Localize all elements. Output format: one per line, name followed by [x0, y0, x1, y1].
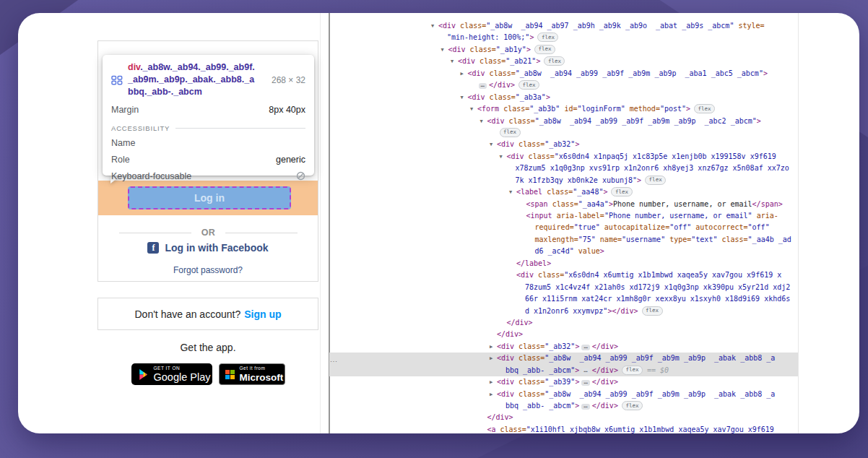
- element-layout-icon: [111, 74, 123, 86]
- code-token: "_aa48": [573, 188, 603, 196]
- or-divider: OR: [119, 228, 298, 238]
- devtools-dom-row[interactable]: d6 _ac4d" value>: [329, 246, 798, 257]
- devtools-dom-row[interactable]: <input aria-label="Phone number, usernam…: [329, 210, 798, 222]
- microsoft-store-badge[interactable]: Get it from Microsoft: [219, 363, 285, 385]
- code-token: "_ab8w _ab94 _ab97 _ab9h _ab9k _ab9o _ab…: [486, 22, 734, 30]
- devtools-dom-row[interactable]: ▼<div class="x6s0dn4 x1npaq5j x1c83p5e x…: [329, 151, 798, 163]
- flex-badge[interactable]: flex: [694, 104, 715, 113]
- code-token: "_ab21": [505, 57, 536, 65]
- code-token: >: [575, 378, 579, 386]
- flex-badge[interactable]: flex: [534, 45, 555, 54]
- devtools-elements-tree[interactable]: ▼<div class="_ab8w _ab94 _ab97 _ab9h _ab…: [329, 20, 798, 433]
- code-token: "Phone number, username, or email": [604, 212, 752, 220]
- facebook-login-button[interactable]: f Log in with Facebook: [97, 242, 318, 254]
- forgot-password-link[interactable]: Forgot password?: [97, 265, 318, 275]
- devtools-dom-row[interactable]: </div>: [329, 317, 798, 329]
- devtools-dom-row[interactable]: "min-height: 100%;">flex: [329, 32, 798, 43]
- devtools-dom-row[interactable]: ▶<div class="_ab32">…</div>: [329, 341, 798, 353]
- devtools-dom-row[interactable]: d x1n2onr6 xxymvpz"></div>flex: [329, 306, 798, 317]
- expander-right-icon[interactable]: ▶: [490, 341, 497, 353]
- devtools-dom-row[interactable]: </label>: [329, 258, 798, 269]
- devtools-dom-row[interactable]: ▶<div class="_ab8w _ab94 _ab99 _ab9f _ab…: [329, 68, 798, 79]
- devtools-dom-row[interactable]: <span class="_aa4a">Phone number, userna…: [329, 199, 798, 210]
- devtools-dom-row[interactable]: flex: [329, 127, 798, 139]
- code-token: method=: [630, 105, 660, 113]
- flex-badge[interactable]: flex: [611, 187, 632, 196]
- devtools-dom-row[interactable]: ▼<div class="_ab32">: [329, 139, 798, 150]
- expander-right-icon[interactable]: ▶: [490, 389, 497, 400]
- code-token: "_ab8w _ab94 _ab99 _ab9f _ab9m _ab9p _ab…: [535, 117, 757, 125]
- code-token: class=: [518, 140, 544, 148]
- devtools-dom-row[interactable]: ▶<div class="_ab8w _ab94 _ab99 _ab9f _ab…: [329, 353, 798, 364]
- devtools-dom-row[interactable]: </div>: [329, 329, 798, 340]
- code-token: >: [763, 69, 768, 77]
- expander-down-icon[interactable]: ▼: [431, 20, 438, 32]
- devtools-dom-row[interactable]: required="true" autocapitalize="off" aut…: [329, 222, 798, 233]
- code-token: value: [578, 247, 600, 255]
- flex-badge[interactable]: flex: [544, 56, 565, 66]
- flex-badge[interactable]: flex: [645, 176, 666, 185]
- code-token: class=: [500, 425, 526, 433]
- devtools-dom-row[interactable]: ▼<div class="_ab1y">flex: [329, 44, 798, 56]
- devtools-dom-row[interactable]: 66r x11i5rnm xat24cr x1mh8g0r xexx8yu x1…: [329, 293, 798, 305]
- login-button[interactable]: Log in: [128, 186, 291, 209]
- devtools-dom-row[interactable]: ▶<div class="_ab8w _ab94 _ab99 _ab9f _ab…: [329, 389, 798, 400]
- expander-right-icon[interactable]: ▶: [490, 353, 497, 364]
- inline-expand-button[interactable]: …: [581, 404, 589, 410]
- expander-down-icon[interactable]: ▼: [470, 103, 477, 115]
- code-token: </span>: [752, 200, 783, 208]
- inline-expand-button[interactable]: …: [581, 345, 589, 350]
- expander-down-icon[interactable]: ▼: [461, 92, 468, 103]
- devtools-dom-row[interactable]: ▶<div class="_ab39">…</div>: [329, 376, 798, 388]
- google-play-badge[interactable]: GET IT ON Google Play: [131, 363, 212, 385]
- inline-expand-button[interactable]: …: [581, 380, 589, 386]
- code-token: "text": [691, 236, 717, 243]
- expander-down-icon[interactable]: ▼: [500, 151, 507, 163]
- inline-expand-button[interactable]: …: [581, 368, 589, 374]
- code-token: </div>: [592, 402, 618, 410]
- flex-badge[interactable]: flex: [642, 306, 663, 316]
- get-the-app-label: Get the app.: [97, 342, 318, 353]
- code-token: class=: [518, 342, 544, 350]
- code-token: </div>: [592, 366, 618, 374]
- expander-down-icon[interactable]: ▼: [480, 116, 487, 127]
- code-token: 7k x1fzb3qy xb0nk2e xubunj8": [516, 176, 638, 184]
- devtools-dom-row[interactable]: 78zum5 x1c4vz4f x21ah0s xd172j9 x1q0g3np…: [329, 282, 798, 293]
- devtools-dom-row[interactable]: maxlength="75" name="username" type="tex…: [329, 234, 798, 246]
- flex-badge[interactable]: flex: [518, 80, 539, 90]
- devtools-dom-row[interactable]: ▼<div class="_ab3a">: [329, 92, 798, 103]
- devtools-dom-row[interactable]: x78zum5 x1q0g3np xvs91rp x1n2onr6 xh8yej…: [329, 163, 798, 174]
- code-token: class=: [721, 236, 747, 243]
- selected-row-gutter-dots[interactable]: ···: [330, 358, 338, 365]
- flex-badge[interactable]: flex: [622, 401, 643, 410]
- devtools-dom-row[interactable]: <div class="x6s0dn4 x6umtig x1b1mbwd xaq…: [329, 269, 798, 281]
- expander-right-icon[interactable]: ▶: [490, 376, 497, 388]
- code-token: class=: [479, 57, 505, 65]
- inline-expand-button[interactable]: …: [479, 83, 487, 89]
- signup-link[interactable]: Sign up: [244, 308, 281, 320]
- expander-down-icon[interactable]: ▼: [451, 56, 458, 67]
- margin-label: Margin: [111, 105, 139, 115]
- browser-window: Log in OR f Log in with Facebook Forgot …: [18, 13, 859, 433]
- flex-badge[interactable]: flex: [500, 128, 521, 137]
- devtools-dom-row[interactable]: ▼<form class="_ab3b" id="loginForm" meth…: [329, 103, 798, 115]
- devtools-dom-row[interactable]: <a class="x1i10hfl xjbqb8w x6umtig x1b1m…: [329, 424, 798, 433]
- devtools-dom-row[interactable]: </div>: [329, 412, 798, 423]
- devtools-dom-row[interactable]: ▼<div class="_ab21">flex: [329, 56, 798, 67]
- devtools-dom-row[interactable]: …</div>flex: [329, 79, 798, 91]
- expander-down-icon[interactable]: ▼: [509, 186, 516, 198]
- expander-down-icon[interactable]: ▼: [490, 139, 497, 150]
- tooltip-role-row: Role generic: [103, 151, 314, 168]
- devtools-dom-row[interactable]: bbq _abb- _abcm">…</div>flex== $0: [329, 365, 798, 376]
- expander-right-icon[interactable]: ▶: [461, 68, 468, 79]
- code-token: "x6s0dn4 x1npaq5j x1c83p5e x1enjb0b x199…: [555, 152, 776, 160]
- devtools-dom-row[interactable]: bbq _abb- _abcm">…</div>flex: [329, 400, 798, 412]
- flex-badge[interactable]: flex: [622, 366, 643, 375]
- devtools-dom-row[interactable]: ▼<div class="_ab8w _ab94 _ab97 _ab9h _ab…: [329, 20, 798, 32]
- devtools-dom-row[interactable]: 7k x1fzb3qy xb0nk2e xubunj8">flex: [329, 175, 798, 186]
- code-token: >: [575, 342, 579, 350]
- devtools-dom-row[interactable]: ▼<label class="_aa48">flex: [329, 186, 798, 198]
- expander-down-icon[interactable]: ▼: [441, 44, 448, 56]
- flex-badge[interactable]: flex: [537, 33, 558, 42]
- devtools-dom-row[interactable]: ▼<div class="_ab8w _ab94 _ab99 _ab9f _ab…: [329, 116, 798, 127]
